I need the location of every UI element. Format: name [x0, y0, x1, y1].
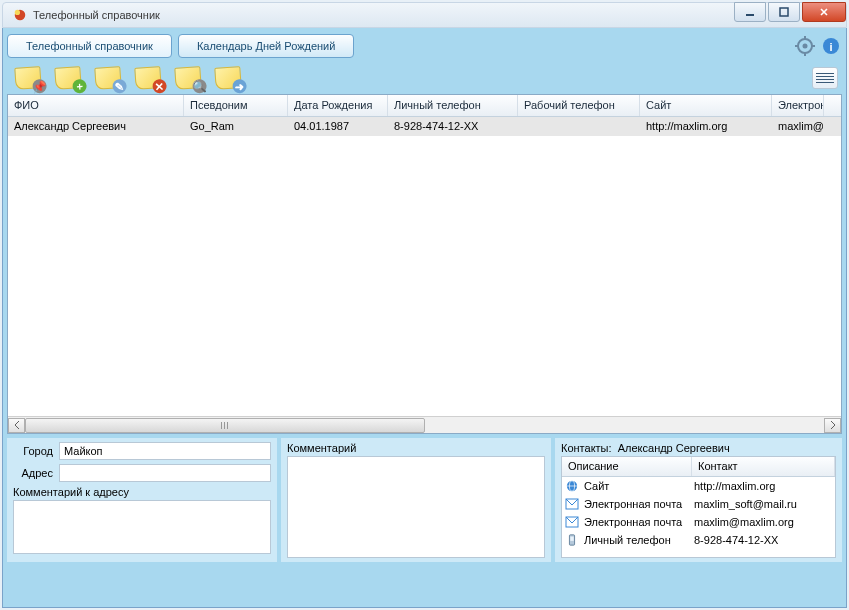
- contacts-name: Александр Сергеевич: [618, 442, 730, 454]
- col-work-phone[interactable]: Рабочий телефон: [518, 95, 640, 116]
- contacts-grid-body[interactable]: Сайтhttp://maxlim.orgЭлектронная почтаma…: [562, 477, 835, 549]
- close-button[interactable]: [802, 2, 846, 22]
- contact-value: maxlim@maxlim.org: [692, 516, 835, 528]
- col-personal-phone[interactable]: Личный телефон: [388, 95, 518, 116]
- tab-directory[interactable]: Телефонный справочник: [7, 34, 172, 58]
- info-button[interactable]: i: [820, 35, 842, 57]
- cell-nick: Go_Ram: [184, 117, 288, 136]
- comment-label: Комментарий: [287, 442, 545, 454]
- horizontal-scrollbar[interactable]: [8, 416, 841, 433]
- tab-calendar[interactable]: Календарь Дней Рождений: [178, 34, 355, 58]
- scroll-track[interactable]: [25, 418, 824, 433]
- toolbar: 📌 + ✎ ✕ 🔍 ➜: [7, 62, 842, 94]
- grid-header: ФИО Псевдоним Дата Рождения Личный телеф…: [8, 95, 841, 117]
- mail-icon: [562, 516, 582, 528]
- cell-dob: 04.01.1987: [288, 117, 388, 136]
- gear-icon: [795, 36, 815, 56]
- address-input[interactable]: [59, 464, 271, 482]
- scroll-thumb[interactable]: [25, 418, 425, 433]
- city-input[interactable]: Майкоп: [59, 442, 271, 460]
- col-nick[interactable]: Псевдоним: [184, 95, 288, 116]
- svg-text:i: i: [829, 41, 832, 53]
- contact-row[interactable]: Сайтhttp://maxlim.org: [562, 477, 835, 495]
- find-note-button[interactable]: 🔍: [171, 63, 205, 93]
- contacts-label: Контакты:: [561, 442, 612, 454]
- pin-note-button[interactable]: 📌: [11, 63, 45, 93]
- info-icon: i: [821, 36, 841, 56]
- address-comment-label: Комментарий к адресу: [13, 486, 271, 498]
- contacts-panel: Контакты: Александр Сергеевич Описание К…: [555, 438, 842, 562]
- pencil-icon: ✎: [112, 79, 127, 94]
- settings-button[interactable]: [794, 35, 816, 57]
- details-panel: Город Майкоп Адрес Комментарий к адресу …: [7, 438, 842, 562]
- add-note-button[interactable]: +: [51, 63, 85, 93]
- delete-note-button[interactable]: ✕: [131, 63, 165, 93]
- cell-site: http://maxlim.org: [640, 117, 772, 136]
- phone-icon: [562, 534, 582, 546]
- col-dob[interactable]: Дата Рождения: [288, 95, 388, 116]
- move-note-button[interactable]: ➜: [211, 63, 245, 93]
- cell-email: maxlim@m: [772, 117, 824, 136]
- contact-row[interactable]: Электронная почтаmaxlim@maxlim.org: [562, 513, 835, 531]
- col-site[interactable]: Сайт: [640, 95, 772, 116]
- window-controls: [732, 2, 846, 22]
- cell-pphone: 8-928-474-12-XX: [388, 117, 518, 136]
- contact-value: 8-928-474-12-XX: [692, 534, 835, 546]
- city-label: Город: [13, 445, 59, 457]
- contacts-grid: ФИО Псевдоним Дата Рождения Личный телеф…: [7, 94, 842, 434]
- contact-desc: Электронная почта: [582, 498, 692, 510]
- cell-wphone: [518, 117, 640, 136]
- tab-bar: Телефонный справочник Календарь Дней Рож…: [7, 32, 842, 60]
- col-email[interactable]: Электрон: [772, 95, 824, 116]
- contacts-header: Контакты: Александр Сергеевич: [561, 442, 836, 454]
- edit-note-button[interactable]: ✎: [91, 63, 125, 93]
- cross-icon: ✕: [152, 79, 167, 94]
- comment-panel: Комментарий: [281, 438, 551, 562]
- svg-point-1: [15, 10, 20, 15]
- minimize-button[interactable]: [734, 2, 766, 22]
- scroll-left-button[interactable]: [8, 418, 25, 433]
- address-label: Адрес: [13, 467, 59, 479]
- pin-icon: 📌: [32, 79, 47, 94]
- arrow-icon: ➜: [232, 79, 247, 94]
- contact-row[interactable]: Личный телефон8-928-474-12-XX: [562, 531, 835, 549]
- scroll-right-button[interactable]: [824, 418, 841, 433]
- plus-icon: +: [72, 79, 87, 94]
- col-fio[interactable]: ФИО: [8, 95, 184, 116]
- contact-value: maxlim_soft@mail.ru: [692, 498, 835, 510]
- svg-rect-3: [780, 8, 788, 16]
- contacts-grid-header: Описание Контакт: [562, 457, 835, 477]
- contact-desc: Сайт: [582, 480, 692, 492]
- mail-icon: [562, 498, 582, 510]
- svg-rect-18: [570, 537, 573, 541]
- svg-rect-2: [746, 14, 754, 16]
- titlebar: Телефонный справочник: [2, 2, 847, 28]
- binoculars-icon: 🔍: [192, 79, 207, 94]
- globe-icon: [562, 480, 582, 492]
- app-icon: [13, 8, 27, 22]
- grid-row[interactable]: Александр Сергеевич Go_Ram 04.01.1987 8-…: [8, 117, 841, 136]
- svg-point-5: [803, 44, 808, 49]
- maximize-button[interactable]: [768, 2, 800, 22]
- cell-fio: Александр Сергеевич: [8, 117, 184, 136]
- col-description[interactable]: Описание: [562, 457, 692, 476]
- contact-row[interactable]: Электронная почтаmaxlim_soft@mail.ru: [562, 495, 835, 513]
- grid-body[interactable]: Александр Сергеевич Go_Ram 04.01.1987 8-…: [8, 117, 841, 416]
- contacts-grid-detail: Описание Контакт Сайтhttp://maxlim.orgЭл…: [561, 456, 836, 558]
- contact-value: http://maxlim.org: [692, 480, 835, 492]
- address-comment-input[interactable]: [13, 500, 271, 554]
- col-contact[interactable]: Контакт: [692, 457, 835, 476]
- contact-desc: Личный телефон: [582, 534, 692, 546]
- contact-desc: Электронная почта: [582, 516, 692, 528]
- list-view-button[interactable]: [812, 67, 838, 89]
- app-body: Телефонный справочник Календарь Дней Рож…: [2, 28, 847, 608]
- window-title: Телефонный справочник: [33, 9, 160, 21]
- address-panel: Город Майкоп Адрес Комментарий к адресу: [7, 438, 277, 562]
- comment-input[interactable]: [287, 456, 545, 558]
